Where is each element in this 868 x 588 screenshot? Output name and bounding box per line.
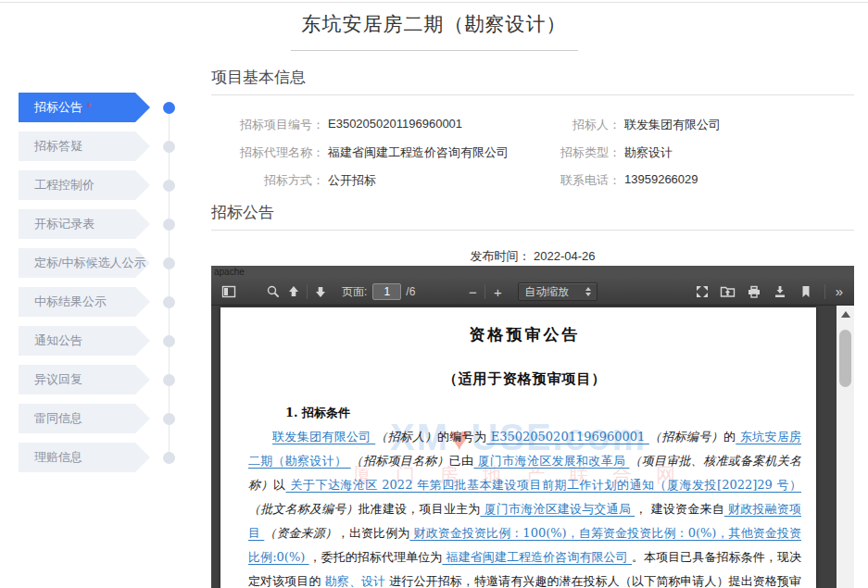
sidebar-item-bid-opening-record[interactable]: 开标记录表 (19, 209, 185, 239)
doc-text: ， 建设资金来自 (635, 502, 724, 516)
sidebar-item-objection-reply[interactable]: 异议回复 (19, 365, 185, 394)
zoom-controls: − + 自动缩放 (463, 282, 598, 301)
plugin-bar: apache (211, 266, 854, 278)
doc-field-scope: 勘察、设计 (321, 574, 390, 588)
main-content: 项目基本信息 招标项目编号：E3502050201196960001 招标人：联… (211, 0, 854, 588)
sidebar: 招标公告* 招标答疑 工程控制价 开标记录表 定标/中标候选人公示 中标结果公示… (19, 93, 185, 482)
timeline-dot (163, 374, 175, 386)
doc-note: （批文名称及编号） (248, 502, 359, 516)
field-label: 招标类型： (537, 144, 621, 161)
sidebar-item-label: 中标结果公示 (34, 294, 107, 308)
publish-label: 发布时间： (470, 249, 530, 263)
sidebar-item-project-control-price[interactable]: 工程控制价 (19, 170, 185, 200)
page: 东坑安居房二期（勘察设计） 招标公告* 招标答疑 工程控制价 开标记录表 定标/… (0, 0, 868, 588)
download-button[interactable] (770, 281, 790, 302)
doc-field-project-owner: 厦门市海沧区建设与交通局 (480, 502, 635, 516)
field-label: 联系电话： (537, 172, 621, 189)
pdf-document: 资格预审公告 （适用于资格预审项目） 1. 招标条件 联发集团有限公司 （招标人… (220, 307, 816, 588)
field-value: 13959266029 (624, 172, 698, 189)
info-row: 招标方式：公开招标 联系电话：13959266029 (211, 167, 854, 194)
pdf-page: XM♥USE.com 厦 门 房 地 产 联 合 网 资格预审公告 （适用于资格… (220, 307, 816, 588)
doc-text: 批准建设，项目业主为 (359, 502, 481, 516)
more-tools-button[interactable]: » (834, 283, 847, 301)
sidebar-item-label: 工程控制价 (34, 178, 94, 192)
publish-time: 发布时间： 2022-04-26 (211, 248, 854, 265)
doc-note: （资金来源） (264, 526, 337, 540)
sidebar-toggle-icon (221, 284, 236, 299)
field-value: E3502050201196960001 (328, 117, 462, 133)
sidebar-item-label: 招标答疑 (34, 139, 82, 153)
arrow-up-icon (286, 284, 301, 299)
doc-field-agency: 福建省闽建工程造价咨询有限公司 (442, 550, 632, 564)
field-value: 勘察设计 (624, 144, 673, 161)
page-number-input[interactable] (372, 283, 401, 300)
sidebar-item-label: 理赔信息 (34, 450, 82, 464)
sidebar-item-notice[interactable]: 通知公告 (19, 326, 185, 356)
doc-field-approval-authority: 厦门市海沧区发展和改革局 (473, 454, 629, 468)
search-icon (266, 284, 281, 299)
divider (211, 230, 854, 231)
sidebar-item-label: 异议回复 (34, 372, 82, 386)
info-row: 招标代理名称：福建省闽建工程造价咨询有限公司 招标类型：勘察设计 (211, 139, 854, 167)
previous-page-button[interactable] (283, 281, 304, 302)
scrollbar-thumb[interactable] (839, 330, 851, 387)
sidebar-item-tender-qa[interactable]: 招标答疑 (19, 131, 185, 161)
sidebar-item-winner-candidate-publicity[interactable]: 定标/中标候选人公示 (19, 248, 185, 278)
sidebar-item-duplicate-info[interactable]: 雷同信息 (19, 404, 185, 433)
doc-text: ，出资比例为 (337, 526, 410, 540)
sidebar-item-label: 定标/中标候选人公示 (34, 256, 146, 269)
zoom-out-button[interactable]: − (463, 284, 482, 300)
timeline-dot (163, 452, 175, 464)
presentation-mode-icon (695, 284, 710, 299)
field-value: 福建省闽建工程造价咨询有限公司 (328, 144, 509, 161)
doc-text: 已由 (449, 454, 474, 468)
publish-date: 2022-04-26 (534, 249, 596, 263)
field-value: 公开招标 (328, 172, 376, 189)
doc-paragraph: 联发集团有限公司 （招标人）的编号为 E3502050201196960001 … (248, 425, 801, 588)
basic-info-grid: 招标项目编号：E3502050201196960001 招标人：联发集团有限公司… (211, 111, 854, 194)
timeline-dot (163, 296, 175, 308)
doc-text: ，委托的招标代理单位为 (309, 550, 443, 564)
doc-field-bid-number: E3502050201196960001 (486, 430, 649, 444)
zoom-select-value: 自动缩放 (524, 284, 569, 300)
timeline-dot (163, 257, 175, 269)
field-label: 招标方式： (211, 172, 324, 189)
sidebar-item-tender-announcement[interactable]: 招标公告* (19, 93, 185, 122)
basic-info-title: 项目基本信息 (211, 67, 306, 88)
bookmark-button[interactable] (796, 281, 816, 302)
toolbar-right-tools: » (692, 281, 847, 302)
pdf-content-area: XM♥USE.com 厦 门 房 地 产 联 合 网 资格预审公告 （适用于资格… (211, 306, 854, 588)
timeline-dot (163, 335, 175, 347)
scroll-up-icon[interactable] (841, 311, 850, 318)
doc-field-approval-document: 关于下达海沧区 2022 年第四批基本建设项目前期工作计划的通知（厦海发投[20… (286, 478, 801, 492)
search-button[interactable] (263, 281, 283, 302)
sidebar-item-label: 雷同信息 (34, 411, 82, 425)
sidebar-item-winner-result-publicity[interactable]: 中标结果公示 (19, 287, 185, 317)
print-icon (747, 284, 761, 299)
sidebar-item-label: 开标记录表 (34, 217, 94, 231)
doc-note: （招标编号） (649, 430, 723, 444)
page-total: /6 (406, 285, 415, 298)
pdf-scrollbar[interactable] (837, 306, 854, 588)
dropdown-arrows-icon (585, 287, 591, 296)
sidebar-toggle-button[interactable] (219, 281, 239, 302)
doc-section-heading: 1. 招标条件 (248, 405, 801, 421)
zoom-in-button[interactable]: + (488, 284, 507, 300)
doc-title: 资格预审公告 (248, 324, 801, 345)
toolbar-separator (824, 284, 825, 299)
bookmark-icon (799, 284, 813, 299)
page-number-label: 页面: (342, 284, 367, 300)
next-page-button[interactable] (310, 281, 331, 302)
zoom-select[interactable]: 自动缩放 (518, 282, 598, 301)
timeline-dot (163, 141, 175, 153)
toolbar-separator (307, 284, 308, 299)
sidebar-item-claim-info[interactable]: 理赔信息 (19, 443, 185, 472)
required-asterisk: * (87, 101, 92, 114)
print-button[interactable] (744, 281, 764, 302)
open-file-button[interactable] (718, 281, 738, 302)
field-label: 招标代理名称： (211, 144, 324, 161)
toolbar-separator (484, 284, 485, 299)
presentation-mode-button[interactable] (692, 281, 712, 302)
timeline-dot (163, 180, 175, 192)
pdf-toolbar: 页面: /6 − + 自动缩放 (211, 278, 854, 306)
